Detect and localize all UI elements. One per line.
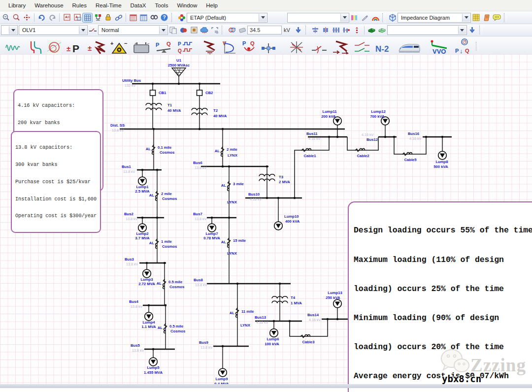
menu-library[interactable]: Library xyxy=(4,1,30,10)
fault-arrows-icon[interactable] xyxy=(332,37,349,55)
pq-balance-icon[interactable]: PQ xyxy=(155,37,172,55)
align-center-icon[interactable] xyxy=(321,26,331,34)
breaker-cb2[interactable]: CB2 xyxy=(197,84,213,129)
status-switch-icon[interactable] xyxy=(88,26,98,34)
plus-minus-fault-icon[interactable]: ± xyxy=(88,37,105,55)
bus-bus12[interactable]: 4.16 kV Bus12 xyxy=(362,132,397,142)
combo-arrow-icon[interactable] xyxy=(79,26,87,34)
cable-cable3[interactable]: Cable3 xyxy=(290,319,328,344)
switch-open-icon[interactable] xyxy=(311,37,327,55)
comment-icon[interactable] xyxy=(492,13,501,22)
datablock-icon[interactable] xyxy=(471,13,481,22)
kv-input[interactable] xyxy=(247,26,282,34)
eraser-icon[interactable] xyxy=(237,26,247,34)
distribute-icon[interactable] xyxy=(352,26,362,34)
bus-bus6[interactable]: Bus6 13.8 kV xyxy=(193,161,268,170)
load-lump13[interactable]: Lump13 250 kVA xyxy=(326,291,342,319)
presentation-stub-combo[interactable] xyxy=(1,25,18,35)
combo-arrow-icon[interactable] xyxy=(340,14,348,22)
line-a8[interactable]: AL 15 mile LYNX xyxy=(221,218,246,284)
cloud-icon[interactable] xyxy=(200,26,209,34)
motor-start-icon[interactable] xyxy=(47,37,61,55)
waveform-icon[interactable] xyxy=(5,37,20,55)
load-lump6[interactable]: Lump6 100 kVA xyxy=(265,321,279,346)
load-lump1[interactable]: Lump1 2.5 MVA xyxy=(135,170,150,194)
load-lump9[interactable]: Lump9 0.4 MVA xyxy=(214,346,229,386)
get-data-icon[interactable] xyxy=(467,26,477,34)
pq-flow-icon[interactable]: P↓Q xyxy=(455,37,471,55)
v-curve-icon[interactable]: V xyxy=(222,37,236,55)
redo-icon[interactable] xyxy=(47,13,57,22)
network-topology-icon[interactable] xyxy=(93,13,102,22)
block-icon[interactable] xyxy=(189,26,199,34)
tcc-curve-icon[interactable] xyxy=(30,37,42,55)
apply-down-icon[interactable] xyxy=(294,26,303,34)
vvo-icon[interactable]: VVO xyxy=(428,37,450,55)
bus-bus5[interactable]: Bus5 13.8 kV xyxy=(131,343,175,353)
train-icon[interactable] xyxy=(398,37,421,55)
combo-arrow-icon[interactable] xyxy=(462,14,470,22)
theme-colors-icon[interactable] xyxy=(179,26,188,34)
bus-utility[interactable]: Utility Bus 132 kV xyxy=(122,78,220,88)
line-a3[interactable]: AL 1 mile Cosmos xyxy=(149,218,177,263)
load-lump7[interactable]: Lump7 0.78 MVA xyxy=(203,218,220,240)
align-left-icon[interactable] xyxy=(311,26,320,34)
undo-icon[interactable] xyxy=(37,13,46,22)
bus-bus16[interactable]: Bus16 4.16 kV xyxy=(408,131,452,141)
line-a7[interactable]: AL 3 mile LYNX xyxy=(221,166,244,218)
project-theme-combo[interactable]: ETAP (Default) xyxy=(187,13,267,23)
transformer-t4[interactable]: T4 1 MVA xyxy=(272,284,302,321)
palette-icon[interactable] xyxy=(350,13,359,22)
cube-icon[interactable] xyxy=(388,13,397,22)
bus-bus7[interactable]: Bus7 13.8 kV xyxy=(193,212,236,221)
connector-icon[interactable] xyxy=(261,37,276,55)
help-icon[interactable]: ? xyxy=(160,13,169,22)
n2-contingency-icon[interactable]: N-2 xyxy=(375,37,389,55)
config-combo[interactable]: Normal xyxy=(98,25,168,35)
bus-bus8[interactable]: Bus8 13.8 kV xyxy=(194,278,291,287)
pen-icon[interactable] xyxy=(360,13,369,22)
cable-cable1[interactable]: Cable1 xyxy=(295,137,329,198)
transformer-t2[interactable]: T2 40 MVA xyxy=(192,108,227,118)
line-a1[interactable]: AL 0.1 mile Cosmos xyxy=(146,129,175,170)
switching-icon[interactable] xyxy=(354,37,370,55)
load-lump11[interactable]: Lump11 200 kVA xyxy=(321,109,341,137)
unlock-3d-icon[interactable] xyxy=(377,26,387,34)
combo-arrow-icon[interactable] xyxy=(159,26,167,34)
pq-wave-icon[interactable]: PQ xyxy=(177,37,196,55)
lock-icon[interactable] xyxy=(103,13,113,22)
transformer-t3[interactable]: T3 2 MVA xyxy=(259,166,290,198)
bus-bus4[interactable]: Bus4 13.8 kV xyxy=(129,299,166,309)
battery-icon[interactable]: +− xyxy=(133,37,150,55)
menu-realtime[interactable]: Real-Time xyxy=(91,1,126,10)
utility-source-u1[interactable]: U1 2500 MVAsc xyxy=(168,58,190,84)
menu-rules[interactable]: Rules xyxy=(68,1,91,10)
load-lump3[interactable]: Lump3 2.72 MVA xyxy=(138,263,155,286)
pq-circle-icon[interactable]: PQ xyxy=(241,37,256,55)
load-lump4[interactable]: Lump4 1.1 MVA xyxy=(141,305,156,329)
schedule-red-icon[interactable] xyxy=(129,13,138,22)
rainbow-icon[interactable] xyxy=(370,13,380,22)
study-case-combo[interactable] xyxy=(287,13,349,23)
line-a2[interactable]: AL 2 mile Cosmos xyxy=(149,170,177,218)
presentation-combo[interactable]: OLV1 xyxy=(19,25,88,35)
bus-bus1[interactable]: Bus1 13.8 kV xyxy=(122,164,162,174)
rule-book-icon[interactable]: A xyxy=(62,13,71,22)
bus-bus11[interactable]: Bus11 4.16 kV xyxy=(306,131,347,141)
fault-ground-icon[interactable] xyxy=(201,37,217,55)
align-top-icon[interactable] xyxy=(332,26,341,34)
load-lump8[interactable]: Lump8 500 kVA xyxy=(433,137,448,169)
align-bottom-icon[interactable] xyxy=(342,26,351,34)
note-138kv-capacitors[interactable]: 13.8 kV capacitors: 300 kvar banks Purch… xyxy=(11,131,101,233)
zoom-out-icon[interactable] xyxy=(1,13,11,22)
menu-warehouse[interactable]: Warehouse xyxy=(30,1,67,10)
diagram-mode-combo[interactable]: Impedance Diagram xyxy=(398,13,471,23)
line-a9[interactable]: AL 11 mile LYNX xyxy=(230,284,255,346)
copy-pages-icon[interactable] xyxy=(168,26,178,34)
zoom-window-icon[interactable] xyxy=(12,13,21,22)
bus-bus14[interactable]: Bus14 4.16 kV xyxy=(307,313,352,322)
find-icon[interactable] xyxy=(149,13,159,22)
menu-datax[interactable]: DataX xyxy=(126,1,151,10)
oneline-canvas[interactable]: U1 2500 MVAsc Utility Bus 132 kV CB1 xyxy=(0,54,532,388)
report-icon[interactable] xyxy=(482,13,491,22)
